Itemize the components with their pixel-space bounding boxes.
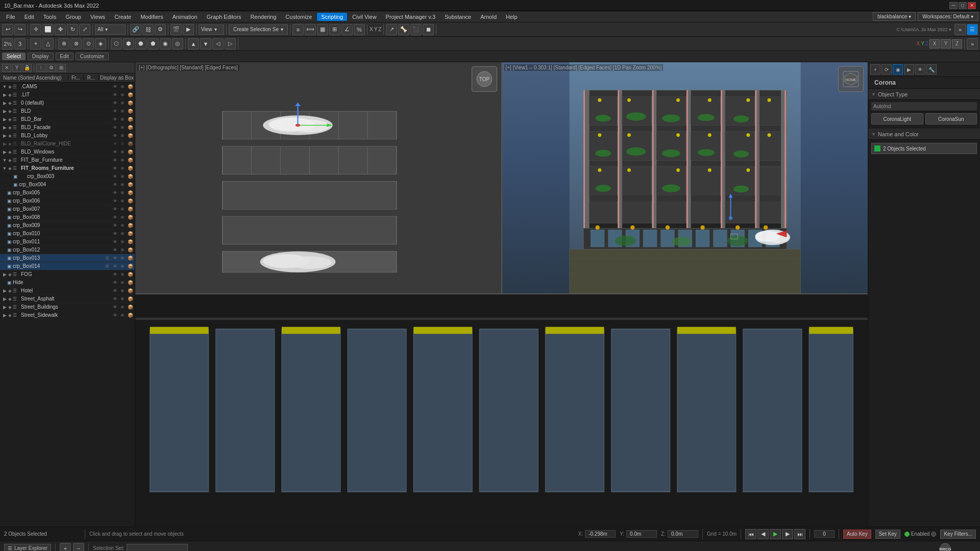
modify-tab-icon[interactable]: ⟳: [881, 64, 892, 74]
bind-button[interactable]: ⚙: [155, 24, 166, 35]
layer-item[interactable]: ▼ ◈ ☰ FIT_Bar_Furniture 👁 ❄ 📦: [0, 156, 135, 164]
list-item[interactable]: ▣ crp_Box006 👁 ❄ 📦: [0, 197, 135, 205]
display-subtool[interactable]: Display: [28, 53, 54, 60]
edit-subtool[interactable]: Edit: [56, 53, 74, 60]
snap-toggle[interactable]: ⊞: [329, 24, 340, 35]
layer-item[interactable]: ▶ ◈ ☰ BLD_Windows 👁 ❄ 📦: [0, 148, 135, 156]
axis-constraint-x[interactable]: X: [929, 39, 940, 48]
percent-snap[interactable]: %: [354, 24, 365, 35]
menu-rendering[interactable]: Rendering: [247, 13, 281, 21]
set-key-button[interactable]: Set Key: [875, 530, 900, 539]
menu-edit[interactable]: Edit: [20, 13, 38, 21]
list-item[interactable]: ▣ crp_Box005 👁 ❄ 📦: [0, 189, 135, 197]
goto-start-button[interactable]: ⏮: [745, 529, 756, 539]
tb2-tool10[interactable]: ◎: [172, 38, 183, 49]
layer-item[interactable]: ▼ ◈ ☰ FIT_Rooms_Furniture 👁 ❄ 📦: [0, 164, 135, 172]
y-value[interactable]: 0.0m: [626, 530, 657, 538]
workspace-dropdown[interactable]: Workspaces: Default ▾: [918, 12, 978, 21]
path-constraint[interactable]: ↗: [386, 24, 397, 35]
viewport-orthographic[interactable]: [+] [Orthographic] [Standard] [Edged Fac…: [135, 62, 502, 293]
menu-modifiers[interactable]: Modifiers: [136, 13, 167, 21]
new-layer-button[interactable]: +: [60, 543, 71, 552]
menu-create[interactable]: Create: [110, 13, 135, 21]
close-button[interactable]: ✕: [968, 2, 976, 9]
tb2-tool9[interactable]: ◉: [160, 38, 171, 49]
array-button[interactable]: ▦: [317, 24, 328, 35]
menu-customize[interactable]: Customize: [281, 13, 316, 21]
tb2-tool1[interactable]: ⊕: [58, 38, 69, 49]
tb2-tool2[interactable]: ⊗: [70, 38, 82, 49]
customize-subtool[interactable]: Customize: [76, 53, 109, 60]
menu-tools[interactable]: Tools: [39, 13, 61, 21]
absolute-mode[interactable]: ⌖: [30, 38, 41, 49]
tb2-tool13[interactable]: ◁: [212, 38, 224, 49]
layer-item[interactable]: ▶ ◈ ☰ BLD_RailClone_HIDE 👁 ❄ 📦: [0, 140, 135, 148]
corona-light-button[interactable]: CoronaLight: [871, 113, 923, 124]
name-color-section-header[interactable]: ▼ Name and Color: [868, 129, 980, 140]
menu-arnold[interactable]: Arnold: [476, 13, 501, 21]
create-selection-set-button[interactable]: Create Selection Se ▾: [229, 24, 288, 35]
tb2-tool6[interactable]: ⬢: [123, 38, 134, 49]
tb2-tool14[interactable]: ▷: [225, 38, 236, 49]
bone-tools[interactable]: 🦴: [398, 24, 409, 35]
view-dropdown[interactable]: View ▾: [199, 24, 224, 35]
select-button[interactable]: ✛: [30, 24, 41, 35]
undo-button[interactable]: ↩: [2, 24, 13, 35]
list-item-selected[interactable]: ▣ crp_Box014 ⚙ 👁 ❄ 📦: [0, 262, 135, 270]
list-item[interactable]: ▣ crp_Box007 👁 ❄ 📦: [0, 205, 135, 213]
goto-end-button[interactable]: ⏭: [794, 529, 805, 539]
tb2-tool5[interactable]: ⬡: [111, 38, 122, 49]
layer-item[interactable]: ▶ ◈ ☰ Hotel 👁 ❄ 📦: [0, 287, 135, 295]
motion-tab-icon[interactable]: ▶: [904, 64, 914, 74]
tb2-tool12[interactable]: ▼: [200, 38, 211, 49]
explorer-options[interactable]: ⚙: [46, 64, 56, 72]
frame-counter[interactable]: 0: [814, 530, 835, 538]
list-item[interactable]: ▣ Hide 👁 ❄ 📦: [0, 279, 135, 287]
play-button[interactable]: ▶: [770, 529, 781, 539]
axis-constraint-z[interactable]: Z: [952, 39, 962, 48]
layer-explorer-button[interactable]: ☰ Layer Explorer: [4, 544, 51, 551]
color-swatch[interactable]: [874, 145, 881, 152]
explorer-lock[interactable]: 🔒: [22, 64, 32, 72]
layer-item[interactable]: ▶ ◈ ☰ BLD 👁 ❄ 📦: [0, 107, 135, 115]
maximize-button[interactable]: □: [959, 2, 967, 9]
next-frame-button[interactable]: ▶: [782, 529, 793, 539]
snap2d-button[interactable]: 2½: [2, 38, 13, 49]
z-value[interactable]: 0.0m: [668, 530, 698, 538]
filepath-expand[interactable]: »: [954, 24, 966, 35]
menu-animation[interactable]: Animation: [168, 13, 202, 21]
layer-item[interactable]: ▶ ◈ ☰ BLD_Facade 👁 ❄ 📦: [0, 123, 135, 132]
menu-views[interactable]: Views: [86, 13, 109, 21]
tb2-more[interactable]: »: [967, 38, 978, 49]
menu-substance[interactable]: Substance: [440, 13, 475, 21]
layer-item[interactable]: ▶ ◈ ☰ Street_Sidewalk 👁 ❄ 📦: [0, 311, 135, 319]
tb2-tool7[interactable]: ⬣: [135, 38, 146, 49]
list-item[interactable]: ▣ crp_Box011 👁 ❄ 📦: [0, 238, 135, 246]
select-region-button[interactable]: ⬜: [42, 24, 54, 35]
viewport-perspective[interactable]: [+] [View1 – 0.303:1] [Standard] [Edged …: [502, 62, 868, 293]
list-item-selected[interactable]: ▣ crp_Box013 ⚙ 👁 ❄ 📦: [0, 254, 135, 262]
menu-scripting[interactable]: Scripting: [317, 13, 347, 21]
explorer-filter[interactable]: Y: [12, 64, 21, 72]
list-item[interactable]: ▣ crp_Box003 👁 ❄ 📦: [0, 172, 135, 181]
select-subtool[interactable]: Select: [2, 53, 26, 60]
hierarchy-tab-icon[interactable]: ◉: [893, 64, 903, 74]
add-time-tag-button[interactable]: Key Filters...: [940, 530, 976, 539]
object-type-section-header[interactable]: ▼ Object Type: [868, 89, 980, 100]
rotate-button[interactable]: ↻: [67, 24, 78, 35]
utilities-tab-icon[interactable]: 🔧: [926, 64, 937, 74]
redo-button[interactable]: ↪: [14, 24, 26, 35]
x-value[interactable]: -0.298m: [585, 530, 616, 538]
scene-explorer-toggle[interactable]: ☰: [967, 24, 978, 35]
layer-item[interactable]: ▶ ◈ ☰ FOG 👁 ❄ 📦: [0, 270, 135, 279]
corona-sun-button[interactable]: CoronaSun: [925, 113, 977, 124]
list-item[interactable]: ▣ crp_Box009 👁 ❄ 📦: [0, 221, 135, 230]
angle-snap[interactable]: ∠: [341, 24, 353, 35]
menu-project-manager[interactable]: Project Manager v.3: [382, 13, 440, 21]
snap3d-button[interactable]: 3: [14, 38, 26, 49]
axis-constraint-y[interactable]: Y: [941, 39, 951, 48]
user-dropdown[interactable]: blackbalance ▾: [873, 12, 916, 21]
create-tab-icon[interactable]: +: [870, 64, 880, 74]
list-item[interactable]: ▣ crp_Box008 👁 ❄ 📦: [0, 213, 135, 221]
display-tab-icon[interactable]: 👁: [915, 64, 925, 74]
